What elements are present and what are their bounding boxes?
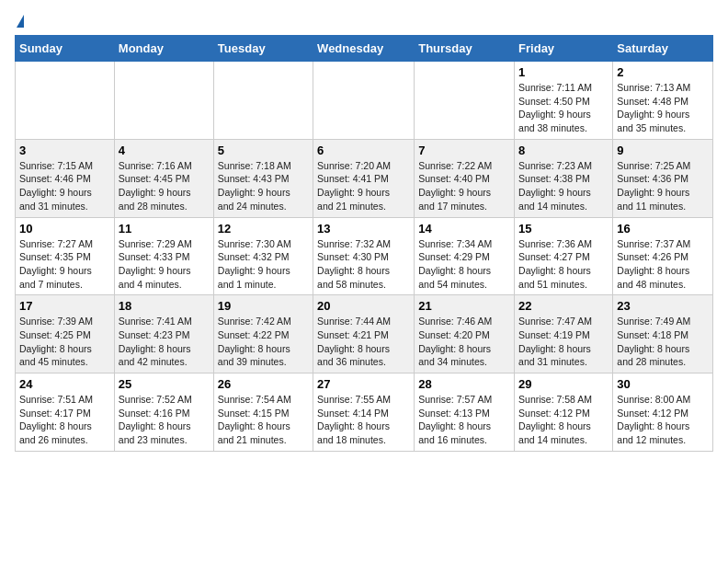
day-number: 26 <box>218 377 309 391</box>
day-info: Sunrise: 7:18 AM Sunset: 4:43 PM Dayligh… <box>218 159 309 213</box>
calendar-cell: 6Sunrise: 7:20 AM Sunset: 4:41 PM Daylig… <box>313 139 415 217</box>
day-number: 20 <box>317 299 410 313</box>
calendar-cell: 13Sunrise: 7:32 AM Sunset: 4:30 PM Dayli… <box>313 217 415 295</box>
day-number: 17 <box>19 299 110 313</box>
weekday-header-friday: Friday <box>515 36 613 62</box>
day-info: Sunrise: 7:16 AM Sunset: 4:45 PM Dayligh… <box>119 159 210 213</box>
weekday-header-monday: Monday <box>114 36 213 62</box>
day-info: Sunrise: 7:55 AM Sunset: 4:14 PM Dayligh… <box>317 393 410 447</box>
day-number: 13 <box>317 222 410 236</box>
day-info: Sunrise: 7:37 AM Sunset: 4:26 PM Dayligh… <box>617 237 709 292</box>
day-info: Sunrise: 7:51 AM Sunset: 4:17 PM Dayligh… <box>19 393 110 447</box>
day-number: 27 <box>317 377 410 391</box>
calendar-week-4: 17Sunrise: 7:39 AM Sunset: 4:25 PM Dayli… <box>16 295 713 373</box>
weekday-header-sunday: Sunday <box>16 36 115 62</box>
weekday-header-wednesday: Wednesday <box>313 36 415 62</box>
day-info: Sunrise: 7:52 AM Sunset: 4:16 PM Dayligh… <box>119 393 210 447</box>
logo-triangle-icon <box>17 15 24 28</box>
day-info: Sunrise: 7:46 AM Sunset: 4:20 PM Dayligh… <box>418 315 510 369</box>
day-info: Sunrise: 7:25 AM Sunset: 4:36 PM Dayligh… <box>617 159 709 213</box>
calendar-cell: 25Sunrise: 7:52 AM Sunset: 4:16 PM Dayli… <box>114 373 213 452</box>
calendar-cell: 16Sunrise: 7:37 AM Sunset: 4:26 PM Dayli… <box>613 217 713 295</box>
day-number: 25 <box>119 377 210 391</box>
calendar-cell <box>313 62 415 140</box>
calendar-cell: 8Sunrise: 7:23 AM Sunset: 4:38 PM Daylig… <box>515 139 613 217</box>
logo <box>15 15 24 28</box>
calendar-cell <box>213 62 313 140</box>
day-number: 18 <box>119 299 210 313</box>
day-number: 6 <box>317 144 410 157</box>
calendar-cell: 2Sunrise: 7:13 AM Sunset: 4:48 PM Daylig… <box>613 62 713 140</box>
calendar-cell: 7Sunrise: 7:22 AM Sunset: 4:40 PM Daylig… <box>415 139 515 217</box>
day-number: 1 <box>518 65 609 79</box>
calendar-header-row: SundayMondayTuesdayWednesdayThursdayFrid… <box>16 36 713 62</box>
day-number: 22 <box>518 299 609 313</box>
day-info: Sunrise: 7:54 AM Sunset: 4:15 PM Dayligh… <box>218 393 309 447</box>
calendar-cell: 20Sunrise: 7:44 AM Sunset: 4:21 PM Dayli… <box>313 295 415 373</box>
weekday-header-tuesday: Tuesday <box>213 36 313 62</box>
day-info: Sunrise: 7:41 AM Sunset: 4:23 PM Dayligh… <box>119 315 210 369</box>
day-info: Sunrise: 7:32 AM Sunset: 4:30 PM Dayligh… <box>317 237 410 292</box>
calendar-cell: 1Sunrise: 7:11 AM Sunset: 4:50 PM Daylig… <box>515 62 613 140</box>
calendar-cell: 11Sunrise: 7:29 AM Sunset: 4:33 PM Dayli… <box>114 217 213 295</box>
day-number: 23 <box>617 299 709 313</box>
day-info: Sunrise: 7:11 AM Sunset: 4:50 PM Dayligh… <box>518 81 609 135</box>
calendar-cell: 24Sunrise: 7:51 AM Sunset: 4:17 PM Dayli… <box>16 373 115 452</box>
day-info: Sunrise: 7:22 AM Sunset: 4:40 PM Dayligh… <box>418 159 510 213</box>
calendar-cell <box>114 62 213 140</box>
day-info: Sunrise: 7:23 AM Sunset: 4:38 PM Dayligh… <box>518 159 609 213</box>
day-number: 8 <box>518 144 609 157</box>
day-info: Sunrise: 7:29 AM Sunset: 4:33 PM Dayligh… <box>119 237 210 292</box>
calendar-cell: 22Sunrise: 7:47 AM Sunset: 4:19 PM Dayli… <box>515 295 613 373</box>
calendar-cell: 30Sunrise: 8:00 AM Sunset: 4:12 PM Dayli… <box>613 373 713 452</box>
day-number: 19 <box>218 299 309 313</box>
calendar-cell: 19Sunrise: 7:42 AM Sunset: 4:22 PM Dayli… <box>213 295 313 373</box>
day-number: 12 <box>218 222 309 236</box>
day-number: 14 <box>418 222 510 236</box>
calendar-cell: 3Sunrise: 7:15 AM Sunset: 4:46 PM Daylig… <box>16 139 115 217</box>
weekday-header-thursday: Thursday <box>415 36 515 62</box>
day-number: 2 <box>617 65 709 79</box>
day-info: Sunrise: 7:15 AM Sunset: 4:46 PM Dayligh… <box>19 159 110 213</box>
calendar-cell: 10Sunrise: 7:27 AM Sunset: 4:35 PM Dayli… <box>16 217 115 295</box>
day-number: 4 <box>119 144 210 157</box>
calendar-week-1: 1Sunrise: 7:11 AM Sunset: 4:50 PM Daylig… <box>16 62 713 140</box>
day-number: 15 <box>518 222 609 236</box>
calendar-week-3: 10Sunrise: 7:27 AM Sunset: 4:35 PM Dayli… <box>16 217 713 295</box>
calendar-cell <box>16 62 115 140</box>
calendar-cell: 4Sunrise: 7:16 AM Sunset: 4:45 PM Daylig… <box>114 139 213 217</box>
weekday-header-saturday: Saturday <box>613 36 713 62</box>
day-info: Sunrise: 7:20 AM Sunset: 4:41 PM Dayligh… <box>317 159 410 213</box>
day-number: 28 <box>418 377 510 391</box>
day-info: Sunrise: 7:47 AM Sunset: 4:19 PM Dayligh… <box>518 315 609 369</box>
page-header <box>15 15 713 28</box>
calendar-table: SundayMondayTuesdayWednesdayThursdayFrid… <box>15 35 713 452</box>
calendar-cell: 26Sunrise: 7:54 AM Sunset: 4:15 PM Dayli… <box>213 373 313 452</box>
calendar-cell: 5Sunrise: 7:18 AM Sunset: 4:43 PM Daylig… <box>213 139 313 217</box>
day-number: 16 <box>617 222 709 236</box>
day-number: 10 <box>19 222 110 236</box>
calendar-cell: 29Sunrise: 7:58 AM Sunset: 4:12 PM Dayli… <box>515 373 613 452</box>
calendar-cell: 15Sunrise: 7:36 AM Sunset: 4:27 PM Dayli… <box>515 217 613 295</box>
day-info: Sunrise: 7:44 AM Sunset: 4:21 PM Dayligh… <box>317 315 410 369</box>
day-number: 21 <box>418 299 510 313</box>
day-number: 5 <box>218 144 309 157</box>
calendar-week-5: 24Sunrise: 7:51 AM Sunset: 4:17 PM Dayli… <box>16 373 713 452</box>
day-info: Sunrise: 7:36 AM Sunset: 4:27 PM Dayligh… <box>518 237 609 292</box>
calendar-cell <box>415 62 515 140</box>
day-info: Sunrise: 7:39 AM Sunset: 4:25 PM Dayligh… <box>19 315 110 369</box>
day-info: Sunrise: 7:58 AM Sunset: 4:12 PM Dayligh… <box>518 393 609 447</box>
calendar-cell: 9Sunrise: 7:25 AM Sunset: 4:36 PM Daylig… <box>613 139 713 217</box>
day-number: 7 <box>418 144 510 157</box>
day-info: Sunrise: 7:42 AM Sunset: 4:22 PM Dayligh… <box>218 315 309 369</box>
day-number: 29 <box>518 377 609 391</box>
day-number: 3 <box>19 144 110 157</box>
day-info: Sunrise: 8:00 AM Sunset: 4:12 PM Dayligh… <box>617 393 709 447</box>
calendar-cell: 14Sunrise: 7:34 AM Sunset: 4:29 PM Dayli… <box>415 217 515 295</box>
calendar-cell: 18Sunrise: 7:41 AM Sunset: 4:23 PM Dayli… <box>114 295 213 373</box>
day-info: Sunrise: 7:49 AM Sunset: 4:18 PM Dayligh… <box>617 315 709 369</box>
day-info: Sunrise: 7:57 AM Sunset: 4:13 PM Dayligh… <box>418 393 510 447</box>
calendar-cell: 17Sunrise: 7:39 AM Sunset: 4:25 PM Dayli… <box>16 295 115 373</box>
day-info: Sunrise: 7:34 AM Sunset: 4:29 PM Dayligh… <box>418 237 510 292</box>
calendar-cell: 21Sunrise: 7:46 AM Sunset: 4:20 PM Dayli… <box>415 295 515 373</box>
